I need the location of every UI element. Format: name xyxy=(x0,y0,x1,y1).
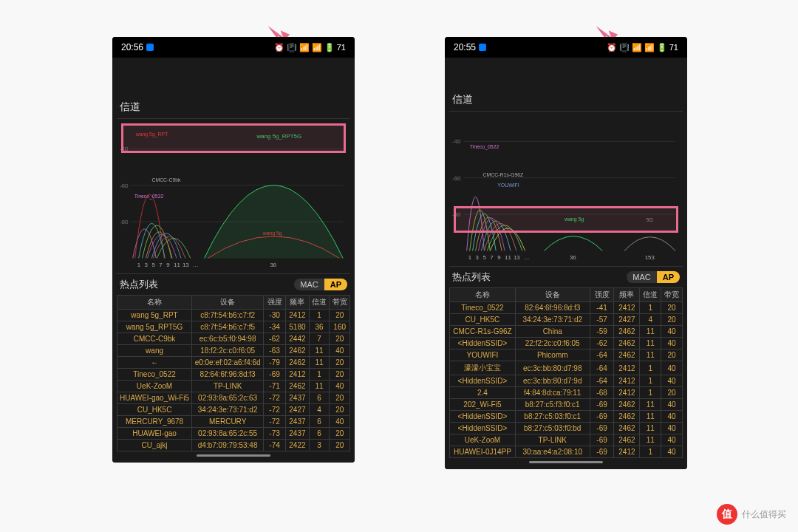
wifi-icon: 📶 xyxy=(632,43,642,52)
cell: 2462 xyxy=(614,326,640,338)
cell: 11 xyxy=(640,423,661,434)
table-row[interactable]: <HiddenSSID>b8:27:c5:03:f0:bd-6924621140 xyxy=(450,423,683,434)
pill-ap[interactable]: AP xyxy=(324,279,347,290)
cell: CU_HK5C xyxy=(450,314,516,326)
cell: <HiddenSSID> xyxy=(450,411,516,423)
cell: CMCC-C9bk xyxy=(117,333,192,345)
cell: -72 xyxy=(264,392,286,404)
pill-ap[interactable]: AP xyxy=(657,271,680,283)
cell: -73 xyxy=(264,428,286,440)
cell: UeK-ZooM xyxy=(450,434,516,446)
col-bw: 带宽 xyxy=(661,288,683,302)
table-row[interactable]: CU_HK5C34:24:3e:73:71:d2-722427420 xyxy=(117,404,350,416)
table-row[interactable]: YOUWIFIPhicomm-6424621120 xyxy=(450,349,683,361)
table-row[interactable]: <HiddenSSID>22:f2:2c:c0:f6:05-6224621140 xyxy=(450,338,683,349)
cell: TP-LINK xyxy=(192,381,264,392)
table-row[interactable]: 濠濛小宝宝ec:3c:bb:80:d7:98-642412140 xyxy=(450,361,683,375)
cell: -71 xyxy=(264,381,286,392)
highlight-box-right xyxy=(454,206,678,233)
cell: -69 xyxy=(590,411,614,423)
cell: 濠濛小宝宝 xyxy=(450,361,516,375)
cell: 2412 xyxy=(614,375,640,387)
col-channel: 信道 xyxy=(309,296,330,310)
battery-icon: 🔋 xyxy=(324,43,335,52)
home-indicator[interactable] xyxy=(529,461,603,463)
col-strength: 强度 xyxy=(590,288,614,302)
cell: -68 xyxy=(590,387,614,399)
cell: UeK-ZooM xyxy=(117,381,192,392)
cell: 20 xyxy=(661,387,683,399)
cell: 40 xyxy=(661,326,683,338)
table-row[interactable]: 202_Wi-Fi5b8:27:c5:f3:f0:c1-6924621140 xyxy=(450,399,683,411)
cell: <HiddenSSID> xyxy=(450,423,516,434)
col-strength: 强度 xyxy=(264,296,286,310)
svg-text:-40: -40 xyxy=(452,138,461,145)
table-row[interactable]: HUAWEI-0J14PP30:aa:e4:a2:08:10-692412140 xyxy=(450,446,683,458)
status-time: 20:56 xyxy=(121,42,143,52)
table-row[interactable]: HUAWEI-gao02:93:8a:65:2c:55-732437620 xyxy=(117,428,350,440)
cell: c8:7f:54:b6:c7:f2 xyxy=(192,310,264,321)
table-row[interactable]: wang 5g_RPTc8:7f:54:b6:c7:f2-302412120 xyxy=(117,310,350,321)
table-row[interactable]: CU_ajkjd4:b7:09:79:53:48-742422320 xyxy=(117,440,350,451)
svg-text:CMCC-C9bk: CMCC-C9bk xyxy=(151,177,181,183)
cell: MERCURY xyxy=(192,416,264,428)
cell: -69 xyxy=(590,434,614,446)
hotspot-table-left[interactable]: 名称 设备 强度 频率 信道 带宽 wang 5g_RPTc8:7f:54:b6… xyxy=(117,295,350,451)
vibrate-icon: 📳 xyxy=(287,43,297,52)
table-row[interactable]: <HiddenSSID>ec:3c:bb:80:d7:9d-642412140 xyxy=(450,375,683,387)
signal-icon: 📶 xyxy=(644,43,655,52)
mac-ap-toggle[interactable]: MAC AP xyxy=(294,279,347,290)
battery-icon: 🔋 xyxy=(657,43,667,52)
section-channel: 信道 xyxy=(117,96,350,119)
col-name: 名称 xyxy=(117,296,192,310)
cell: ec:3c:bb:80:d7:9d xyxy=(515,375,590,387)
hotspot-table-right[interactable]: 名称 设备 强度 频率 信道 带宽 Tineco_052282:64:6f:96… xyxy=(449,287,683,458)
cell: 2437 xyxy=(285,392,309,404)
cell: 40 xyxy=(661,446,683,458)
table-row[interactable]: UeK-ZooMTP-LINK-7124621140 xyxy=(117,381,350,392)
svg-text:7: 7 xyxy=(490,254,493,261)
cell: wang xyxy=(117,345,192,357)
mac-ap-toggle[interactable]: MAC AP xyxy=(627,271,680,283)
table-row[interactable]: ←e0:0e:ef:02:a6:f4:6d-7924621120 xyxy=(117,357,350,369)
highlight-box-left xyxy=(121,123,346,153)
cell: 11 xyxy=(309,345,330,357)
table-row[interactable]: MERCURY_9678MERCURY-722437640 xyxy=(117,416,350,428)
cell: 11 xyxy=(640,399,661,411)
svg-text:CMCC-R1s-G96Z: CMCC-R1s-G96Z xyxy=(482,172,523,177)
cell: d4:b7:09:79:53:48 xyxy=(192,440,264,451)
table-row[interactable]: HUAWEI-gao_Wi-Fi502:93:8a:65:2c:63-72243… xyxy=(117,392,350,404)
cell: -62 xyxy=(264,333,286,345)
cell: 1 xyxy=(309,310,330,321)
cell: 2462 xyxy=(614,399,640,411)
table-row[interactable]: wang18:f2:2c:c0:f6:05-6324621140 xyxy=(117,345,350,357)
table-row[interactable]: wang 5g_RPT5Gc8:7f:54:b6:c7:f5-345180361… xyxy=(117,321,350,333)
table-row[interactable]: CMCC-C9bkec:6c:b5:f0:94:98-622442720 xyxy=(117,333,350,345)
svg-text:wang 5g: wang 5g xyxy=(262,231,282,236)
table-row[interactable]: CU_HK5C34:24:3e:73:71:d2-572427420 xyxy=(450,314,683,326)
table-row[interactable]: CMCC-R1s-G96ZChina-5924621140 xyxy=(450,326,683,338)
table-row[interactable]: <HiddenSSID>b8:27:c5:03:f0:c1-6924621140 xyxy=(450,411,683,423)
table-row[interactable]: Tineco_052282:64:6f:96:8d:f3-692412120 xyxy=(117,369,350,381)
table-row[interactable]: Tineco_052282:64:6f:96:8d:f3-412412120 xyxy=(450,302,683,314)
cell: b8:27:c5:03:f0:bd xyxy=(515,423,590,434)
cell: 30:aa:e4:a2:08:10 xyxy=(515,446,590,458)
cell: 11 xyxy=(640,326,661,338)
status-bar: 20:55 ⏰ 📳 📶 📶 🔋 71 xyxy=(445,37,687,58)
cell: 20 xyxy=(661,349,683,361)
table-row[interactable]: UeK-ZooMTP-LINK-6924621140 xyxy=(450,434,683,446)
cell: ec:6c:b5:f0:94:98 xyxy=(192,333,264,345)
alarm-icon: ⏰ xyxy=(607,43,617,52)
table-row[interactable]: 2.4f4:84:8d:ca:79:11-682412120 xyxy=(450,387,683,399)
home-indicator[interactable] xyxy=(197,454,270,457)
svg-text:7: 7 xyxy=(159,262,162,268)
cell: 2462 xyxy=(614,349,640,361)
pill-mac[interactable]: MAC xyxy=(294,279,324,290)
col-device: 设备 xyxy=(192,296,264,310)
cell: 40 xyxy=(330,381,350,392)
pill-mac[interactable]: MAC xyxy=(627,271,656,283)
cell: 2437 xyxy=(285,416,309,428)
svg-text:-60: -60 xyxy=(120,183,129,189)
cell: 1 xyxy=(640,387,661,399)
cell: e0:0e:ef:02:a6:f4:6d xyxy=(192,357,264,369)
